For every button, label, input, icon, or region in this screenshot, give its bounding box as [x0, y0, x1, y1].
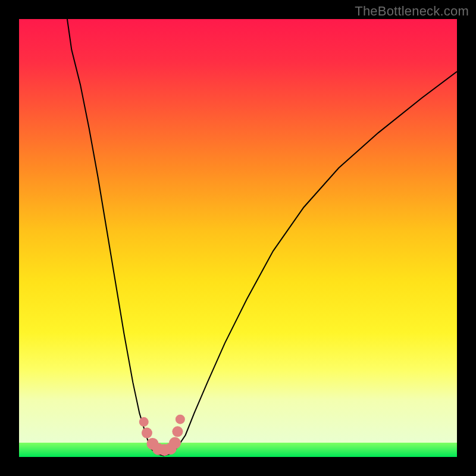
outer-frame: TheBottleneck.com [0, 0, 476, 476]
gradient-background [19, 19, 457, 443]
plot-area [19, 19, 457, 457]
data-marker [169, 437, 181, 449]
data-marker [176, 415, 185, 424]
chart-svg [19, 19, 457, 457]
data-marker [172, 426, 183, 437]
green-baseline-band [19, 443, 457, 457]
watermark-text: TheBottleneck.com [355, 4, 469, 19]
data-marker [142, 428, 152, 439]
data-marker [139, 417, 149, 427]
